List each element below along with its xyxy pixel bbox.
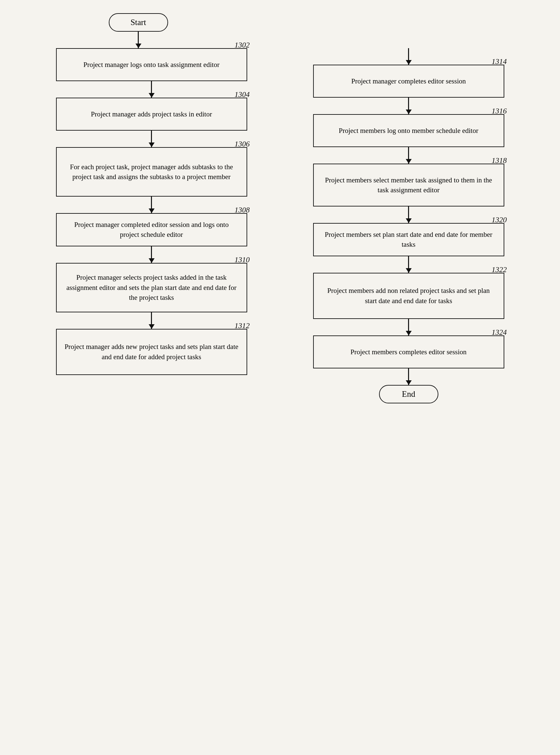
label-1308: 1308: [235, 205, 250, 215]
step-1324: 1324 Project members completes editor se…: [290, 335, 527, 385]
main-diagram: 1302 Project manager logs onto task assi…: [33, 48, 527, 403]
arrow-1320-1322: [408, 256, 409, 273]
text-1308: Project manager completed editor session…: [65, 220, 239, 240]
text-1322: Project members add non related project …: [322, 286, 496, 306]
step-1318: 1318 Project members select member task …: [290, 163, 527, 223]
end-label: End: [402, 389, 415, 399]
box-1318: 1318 Project members select member task …: [313, 163, 504, 207]
step-1322: 1322 Project members add non related pro…: [290, 273, 527, 335]
box-1322: 1322 Project members add non related pro…: [313, 273, 504, 319]
arrow-start-to-1302: [138, 32, 139, 48]
box-1302: 1302 Project manager logs onto task assi…: [56, 48, 247, 81]
text-1318: Project members select member task assig…: [322, 175, 496, 195]
arrow-1308-1310: [151, 246, 152, 263]
box-1314: 1314 Project manager completes editor se…: [313, 65, 504, 98]
box-1308: 1308 Project manager completed editor se…: [56, 213, 247, 246]
arrow-1310-1312: [151, 312, 152, 329]
label-1304: 1304: [235, 89, 250, 100]
columns: 1302 Project manager logs onto task assi…: [33, 48, 527, 403]
box-1320: 1320 Project members set plan start date…: [313, 223, 504, 256]
label-1318: 1318: [492, 155, 507, 166]
box-1306: 1306 For each project task, project mana…: [56, 147, 247, 197]
arrow-1318-1320: [408, 207, 409, 223]
step-1312: 1312 Project manager adds new project ta…: [33, 329, 270, 375]
label-1314: 1314: [492, 56, 507, 67]
text-1312: Project manager adds new project tasks a…: [65, 342, 239, 362]
arrow-1324-to-end: [408, 368, 409, 385]
text-1310: Project manager selects project tasks ad…: [65, 272, 239, 303]
arrow-top-to-1314: [408, 48, 409, 65]
arrow-1304-1306: [151, 131, 152, 147]
right-column: 1314 Project manager completes editor se…: [290, 48, 527, 403]
box-1304: 1304 Project manager adds project tasks …: [56, 98, 247, 131]
label-1302: 1302: [235, 40, 250, 51]
end-node: End: [379, 385, 438, 403]
label-1322: 1322: [492, 264, 507, 275]
diagram-container: Start 1302 Project manager logs onto tas…: [33, 13, 527, 742]
label-1316: 1316: [492, 105, 507, 116]
label-1310: 1310: [235, 254, 250, 265]
text-1314: Project manager completes editor session: [352, 76, 466, 86]
text-1306: For each project task, project manager a…: [65, 162, 239, 182]
box-1310: 1310 Project manager selects project tas…: [56, 263, 247, 312]
label-1320: 1320: [492, 214, 507, 225]
arrow-1322-1324: [408, 319, 409, 335]
left-column: 1302 Project manager logs onto task assi…: [33, 48, 270, 375]
arrow-1302-1304: [151, 81, 152, 98]
label-1324: 1324: [492, 327, 507, 338]
arrow-1314-1316: [408, 98, 409, 114]
arrow-1306-1308: [151, 197, 152, 213]
step-1310: 1310 Project manager selects project tas…: [33, 263, 270, 329]
label-1312: 1312: [235, 320, 250, 331]
box-1324: 1324 Project members completes editor se…: [313, 335, 504, 368]
text-1324: Project members completes editor session: [351, 347, 466, 357]
text-1320: Project members set plan start date and …: [322, 230, 496, 250]
box-1312: 1312 Project manager adds new project ta…: [56, 329, 247, 375]
text-1304: Project manager adds project tasks in ed…: [91, 109, 212, 119]
start-node: Start: [109, 13, 168, 32]
box-1316: 1316 Project members log onto member sch…: [313, 114, 504, 147]
step-1306: 1306 For each project task, project mana…: [33, 147, 270, 213]
text-1302: Project manager logs onto task assignmen…: [83, 60, 220, 70]
arrow-1316-1318: [408, 147, 409, 163]
label-1306: 1306: [235, 138, 250, 150]
text-1316: Project members log onto member schedule…: [339, 126, 478, 136]
